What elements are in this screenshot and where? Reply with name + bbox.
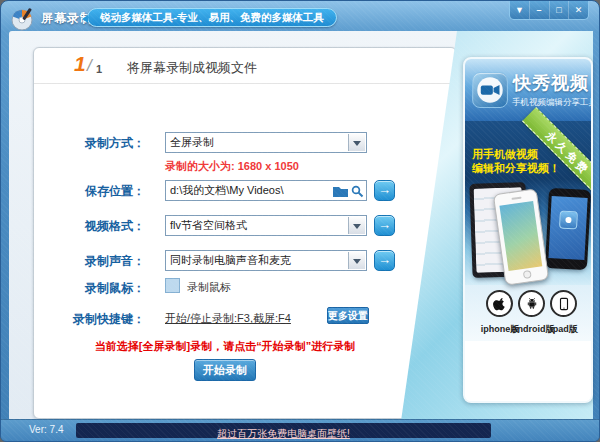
platform-downloads: iphone版 Android版 ipad版: [465, 285, 591, 341]
promo-line1: 用手机做视频: [472, 147, 538, 162]
save-path-value: d:\我的文档\My Videos\: [170, 184, 284, 196]
maximize-button[interactable]: □: [550, 1, 570, 19]
hotkeys-label: 录制快捷键：: [52, 311, 145, 328]
record-mouse-checkbox-label: 录制鼠标: [187, 280, 231, 295]
record-size-note: 录制的大小为: 1680 x 1050: [165, 159, 299, 174]
sidebar-banner: 快秀视频 手机视频编辑分享工具: [465, 59, 591, 121]
save-path-go-button[interactable]: →: [374, 180, 395, 201]
titlebar: 屏幕录制 锐动多媒体工具-专业、易用、免费的多媒体工具 ▼ – □ ✕: [1, 1, 599, 31]
chevron-down-icon[interactable]: [348, 217, 365, 234]
save-path-label: 保存位置：: [52, 183, 145, 200]
record-mode-value: 全屏录制: [170, 136, 214, 148]
browse-folder-search-icons[interactable]: [332, 184, 364, 201]
hotkeys-value: 开始/停止录制:F3,截屏:F4: [165, 311, 291, 326]
platform-label-ipad: ipad版: [543, 323, 585, 336]
video-format-select[interactable]: flv节省空间格式: [165, 215, 367, 236]
android-icon[interactable]: [518, 290, 545, 317]
menu-button[interactable]: ▼: [510, 1, 530, 19]
panel-header: 1 / 1 将屏幕录制成视频文件: [34, 48, 456, 84]
save-path-input[interactable]: d:\我的文档\My Videos\: [165, 180, 367, 201]
app-window: 屏幕录制 锐动多媒体工具-专业、易用、免费的多媒体工具 ▼ – □ ✕ 1 / …: [0, 0, 600, 442]
step-total: 1: [96, 63, 102, 75]
main-panel: 1 / 1 将屏幕录制成视频文件 录制方式： 全屏录制 录制的大小为: 1680…: [33, 47, 457, 419]
marketing-bubble: 锐动多媒体工具-专业、易用、免费的多媒体工具: [87, 8, 337, 27]
statusbar: Ver: 7.4 超过百万张免费电脑桌面壁纸!: [1, 419, 599, 441]
record-sound-go-button[interactable]: →: [374, 250, 395, 271]
promo-app-name: 快秀视频: [513, 71, 589, 95]
current-mode-notice: 当前选择[全屏录制]录制，请点击“开始录制”进行录制: [54, 339, 396, 354]
step-number: 1: [74, 52, 86, 76]
footer-ad-banner: 超过百万张免费电脑桌面壁纸!: [76, 423, 491, 438]
page-title: 将屏幕录制成视频文件: [127, 59, 257, 77]
record-sound-value: 同时录制电脑声音和麦克: [170, 254, 291, 266]
start-recording-button[interactable]: 开始录制: [194, 359, 256, 381]
record-sound-select[interactable]: 同时录制电脑声音和麦克: [165, 250, 367, 271]
promo-app-tagline: 手机视频编辑分享工具: [512, 97, 593, 109]
video-camera-icon: [472, 72, 508, 108]
video-format-value: flv节省空间格式: [170, 219, 247, 231]
version-label: Ver: 7.4: [29, 424, 63, 435]
window-controls: ▼ – □ ✕: [509, 1, 589, 20]
android-phone-image: [545, 188, 591, 270]
search-icon: [353, 187, 360, 194]
chevron-down-icon[interactable]: [348, 134, 365, 151]
app-logo-icon: [11, 7, 35, 31]
folder-icon: [333, 187, 348, 197]
wallpaper-promo-link[interactable]: 超过百万张免费电脑桌面壁纸!: [217, 428, 350, 439]
minimize-button[interactable]: –: [530, 1, 550, 19]
record-mouse-label: 录制鼠标：: [52, 280, 145, 297]
video-format-label: 视频格式：: [52, 218, 145, 235]
more-settings-button[interactable]: 更多设置: [327, 307, 369, 324]
record-mouse-checkbox[interactable]: [165, 278, 180, 293]
close-button[interactable]: ✕: [569, 1, 588, 19]
ipad-icon[interactable]: [550, 290, 577, 317]
record-mode-label: 录制方式：: [52, 135, 145, 152]
record-sound-label: 录制声音：: [52, 253, 145, 270]
video-format-go-button[interactable]: →: [374, 215, 395, 236]
step-separator: /: [87, 56, 92, 76]
promo-sidebar[interactable]: 快秀视频 手机视频编辑分享工具 用手机做视频 编辑和分享视频！ 永久免费: [463, 57, 593, 403]
sidebar-bottom-area: [465, 341, 591, 401]
device-showcase: [465, 179, 591, 285]
apple-icon[interactable]: [486, 290, 513, 317]
chevron-down-icon[interactable]: [348, 252, 365, 269]
record-mode-select[interactable]: 全屏录制: [165, 132, 367, 153]
promo-line2: 编辑和分享视频！: [472, 161, 560, 176]
